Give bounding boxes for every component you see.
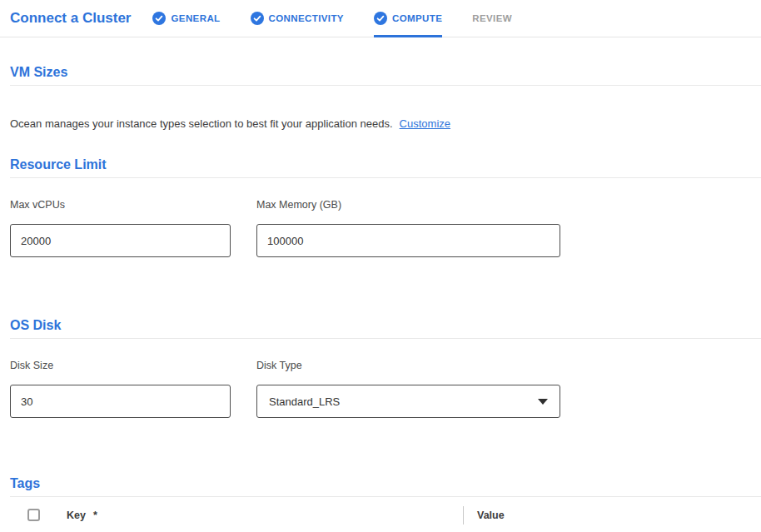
max-vcpus-input[interactable] bbox=[10, 224, 231, 257]
disk-type-select[interactable]: Standard_LRS bbox=[256, 385, 560, 418]
vm-sizes-description: Ocean manages your instance types select… bbox=[10, 117, 761, 130]
page-title: Connect a Cluster bbox=[10, 10, 131, 27]
disk-size-input[interactable] bbox=[10, 385, 231, 418]
vm-sizes-description-text: Ocean manages your instance types select… bbox=[10, 117, 393, 130]
tags-heading: Tags bbox=[10, 476, 761, 497]
os-disk-heading: OS Disk bbox=[10, 318, 761, 339]
step-connectivity[interactable]: CONNECTIVITY bbox=[251, 0, 344, 37]
disk-size-label: Disk Size bbox=[10, 360, 231, 371]
vm-sizes-heading: VM Sizes bbox=[10, 65, 761, 86]
os-disk-fields: Disk Size Disk Type Standard_LRS bbox=[10, 360, 761, 418]
step-review[interactable]: REVIEW bbox=[472, 0, 512, 37]
customize-link[interactable]: Customize bbox=[400, 117, 450, 130]
value-column-label: Value bbox=[464, 510, 505, 521]
step-compute[interactable]: COMPUTE bbox=[374, 0, 442, 37]
check-circle-icon bbox=[374, 12, 387, 25]
max-vcpus-label: Max vCPUs bbox=[10, 199, 231, 211]
disk-type-selected-value: Standard_LRS bbox=[269, 395, 340, 408]
step-general[interactable]: GENERAL bbox=[152, 0, 220, 37]
max-vcpus-field-group: Max vCPUs bbox=[10, 199, 231, 257]
required-marker: * bbox=[93, 510, 97, 521]
select-all-checkbox[interactable] bbox=[27, 509, 40, 521]
max-memory-label: Max Memory (GB) bbox=[256, 199, 560, 211]
wizard-header: Connect a Cluster GENERAL CONNECTIVITY bbox=[0, 0, 761, 37]
key-column-header: Key* bbox=[67, 510, 463, 521]
disk-type-field-group: Disk Type Standard_LRS bbox=[256, 360, 560, 418]
resource-limit-fields: Max vCPUs Max Memory (GB) bbox=[10, 199, 761, 257]
max-memory-input[interactable] bbox=[256, 224, 560, 257]
check-circle-icon bbox=[251, 12, 264, 25]
step-label: GENERAL bbox=[171, 13, 220, 23]
check-circle-icon bbox=[152, 12, 166, 25]
tags-table-header: Key* Value bbox=[10, 497, 761, 532]
max-memory-field-group: Max Memory (GB) bbox=[256, 199, 560, 257]
key-column-label: Key bbox=[67, 510, 86, 521]
value-column-cell: Value bbox=[463, 506, 761, 525]
disk-type-label: Disk Type bbox=[256, 360, 560, 371]
wizard-steps: GENERAL CONNECTIVITY COMPUTE REVIEW bbox=[152, 0, 542, 37]
resource-limit-heading: Resource Limit bbox=[10, 157, 761, 178]
chevron-down-icon bbox=[538, 399, 548, 405]
step-label: CONNECTIVITY bbox=[269, 13, 344, 23]
disk-size-field-group: Disk Size bbox=[10, 360, 231, 418]
step-label: COMPUTE bbox=[392, 13, 442, 23]
step-label: REVIEW bbox=[472, 13, 512, 23]
compute-step-content: VM Sizes Ocean manages your instance typ… bbox=[0, 65, 761, 532]
